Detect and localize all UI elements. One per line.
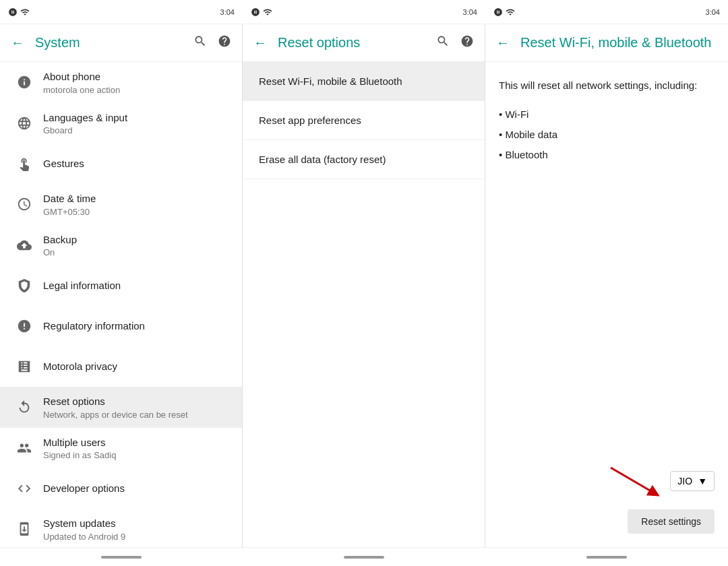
multiple-users-title: Multiple users bbox=[43, 436, 231, 449]
motorola-privacy-text: Motorola privacy bbox=[43, 360, 231, 373]
reset-settings-button[interactable]: Reset settings bbox=[628, 509, 715, 534]
reset-wifi-panel-title: Reset Wi-Fi, mobile & Bluetooth bbox=[520, 35, 717, 51]
reset-options-subtitle: Network, apps or device can be reset bbox=[43, 410, 231, 420]
system-panel-title: System bbox=[35, 35, 193, 51]
date-time-subtitle: GMT+05:30 bbox=[43, 207, 231, 217]
languages-icon bbox=[11, 116, 38, 131]
system-panel: ← System About phone motorola one actio bbox=[0, 24, 243, 547]
gestures-text: Gestures bbox=[43, 157, 231, 170]
reset-options-back-button[interactable]: ← bbox=[253, 35, 267, 51]
about-phone-subtitle: motorola one action bbox=[43, 85, 231, 95]
reset-wifi-panel: ← Reset Wi-Fi, mobile & Bluetooth This w… bbox=[485, 24, 728, 547]
backup-title: Backup bbox=[43, 233, 231, 247]
reset-options-icon bbox=[11, 400, 38, 414]
sidebar-item-developer-options[interactable]: Developer options bbox=[0, 468, 242, 509]
reset-wifi-back-button[interactable]: ← bbox=[496, 35, 510, 51]
system-updates-subtitle: Updated to Android 9 bbox=[43, 532, 231, 542]
reset-search-icon[interactable] bbox=[436, 34, 450, 51]
system-updates-text: System updates Updated to Android 9 bbox=[43, 517, 231, 542]
red-arrow-icon bbox=[604, 461, 665, 501]
reset-description: This will reset all network settings, in… bbox=[499, 78, 715, 94]
svg-line-1 bbox=[611, 468, 655, 493]
reset-wifi-label: Reset Wi-Fi, mobile & Bluetooth bbox=[259, 75, 402, 87]
sidebar-item-reset-options[interactable]: Reset options Network, apps or device ca… bbox=[0, 387, 242, 428]
jio-dropdown[interactable]: JIO ▼ bbox=[670, 471, 715, 491]
dropdown-and-arrow-row: JIO ▼ bbox=[604, 461, 715, 501]
sidebar-item-motorola-privacy[interactable]: Motorola privacy bbox=[0, 346, 242, 387]
system-updates-title: System updates bbox=[43, 517, 231, 530]
status-bar-1-right: 3:04 bbox=[220, 8, 235, 16]
developer-options-icon bbox=[11, 481, 38, 496]
reset-items: • Wi-Fi • Mobile data • Bluetooth bbox=[499, 104, 715, 165]
jio-dropdown-label: JIO bbox=[677, 476, 692, 486]
nav-pill-3[interactable] bbox=[586, 556, 627, 559]
nav-pill-1[interactable] bbox=[101, 556, 142, 559]
legal-title: Legal information bbox=[43, 279, 231, 292]
reset-app-label: Reset app preferences bbox=[259, 115, 361, 126]
reset-options-list: Reset Wi-Fi, mobile & Bluetooth Reset ap… bbox=[243, 62, 485, 547]
reset-options-panel-header: ← Reset options bbox=[243, 24, 485, 62]
sidebar-item-languages[interactable]: Languages & input Gboard bbox=[0, 103, 242, 144]
date-time-title: Date & time bbox=[43, 192, 231, 206]
backup-icon bbox=[11, 238, 38, 253]
reset-option-app[interactable]: Reset app preferences bbox=[243, 101, 485, 140]
bottom-bar-1 bbox=[0, 548, 243, 566]
about-phone-icon bbox=[11, 75, 38, 90]
backup-subtitle: On bbox=[43, 247, 231, 257]
sidebar-item-date-time[interactable]: Date & time GMT+05:30 bbox=[0, 184, 242, 225]
sidebar-item-regulatory[interactable]: Regulatory information bbox=[0, 306, 242, 346]
search-icon[interactable] bbox=[193, 34, 207, 51]
status-bar-1: 3:04 bbox=[0, 0, 243, 24]
legal-text: Legal information bbox=[43, 279, 231, 292]
sidebar-item-system-updates[interactable]: System updates Updated to Android 9 bbox=[0, 509, 242, 547]
bottom-bar-2 bbox=[243, 548, 485, 566]
date-time-icon bbox=[11, 197, 38, 212]
backup-text: Backup On bbox=[43, 233, 231, 258]
system-panel-header: ← System bbox=[0, 24, 242, 62]
reset-option-erase[interactable]: Erase all data (factory reset) bbox=[243, 140, 485, 179]
reset-erase-label: Erase all data (factory reset) bbox=[259, 154, 386, 165]
regulatory-icon bbox=[11, 319, 38, 334]
date-time-text: Date & time GMT+05:30 bbox=[43, 192, 231, 217]
status-bar-3-right: 3:04 bbox=[706, 8, 720, 16]
reset-options-panel-title: Reset options bbox=[278, 35, 436, 51]
system-settings-list: About phone motorola one action Language… bbox=[0, 62, 242, 547]
nav-pill-2[interactable] bbox=[344, 556, 384, 559]
developer-options-title: Developer options bbox=[43, 482, 231, 495]
reset-item-bluetooth: • Bluetooth bbox=[499, 145, 715, 165]
developer-options-text: Developer options bbox=[43, 482, 231, 495]
bottom-bar-3 bbox=[485, 548, 728, 566]
motorola-privacy-title: Motorola privacy bbox=[43, 360, 231, 373]
sidebar-item-backup[interactable]: Backup On bbox=[0, 225, 242, 266]
legal-icon bbox=[11, 278, 38, 293]
languages-subtitle: Gboard bbox=[43, 125, 231, 135]
reset-options-text: Reset options Network, apps or device ca… bbox=[43, 395, 231, 420]
reset-help-icon[interactable] bbox=[460, 34, 474, 51]
gestures-title: Gestures bbox=[43, 157, 231, 170]
sidebar-item-legal[interactable]: Legal information bbox=[0, 265, 242, 306]
system-back-button[interactable]: ← bbox=[11, 35, 24, 51]
status-bar-2-time: 3:04 bbox=[463, 8, 477, 16]
status-bar-3-time: 3:04 bbox=[706, 8, 720, 16]
status-bar-2-right: 3:04 bbox=[463, 8, 477, 16]
reset-option-wifi[interactable]: Reset Wi-Fi, mobile & Bluetooth bbox=[243, 62, 485, 101]
reset-options-title: Reset options bbox=[43, 395, 231, 408]
status-bar-3-left-icons bbox=[493, 7, 515, 17]
help-icon[interactable] bbox=[218, 34, 231, 51]
sidebar-item-multiple-users[interactable]: Multiple users Signed in as Sadiq bbox=[0, 428, 242, 469]
bottom-navigation-bars bbox=[0, 547, 728, 566]
regulatory-title: Regulatory information bbox=[43, 319, 231, 333]
sidebar-item-about-phone[interactable]: About phone motorola one action bbox=[0, 62, 242, 103]
gestures-icon bbox=[11, 156, 38, 171]
reset-options-panel: ← Reset options Reset Wi-Fi, mobile & Bl… bbox=[243, 24, 485, 547]
dropdown-chevron-icon: ▼ bbox=[698, 476, 707, 486]
reset-wifi-content: This will reset all network settings, in… bbox=[485, 62, 728, 272]
reset-wifi-footer: JIO ▼ Reset settings bbox=[485, 450, 728, 547]
status-bars: 3:04 3:04 3:04 bbox=[0, 0, 728, 24]
system-header-icons bbox=[193, 34, 231, 51]
multiple-users-icon bbox=[11, 441, 38, 455]
status-bar-2-left-icons bbox=[251, 7, 272, 17]
motorola-privacy-icon bbox=[11, 359, 38, 374]
status-bar-2: 3:04 bbox=[243, 0, 485, 24]
sidebar-item-gestures[interactable]: Gestures bbox=[0, 144, 242, 184]
